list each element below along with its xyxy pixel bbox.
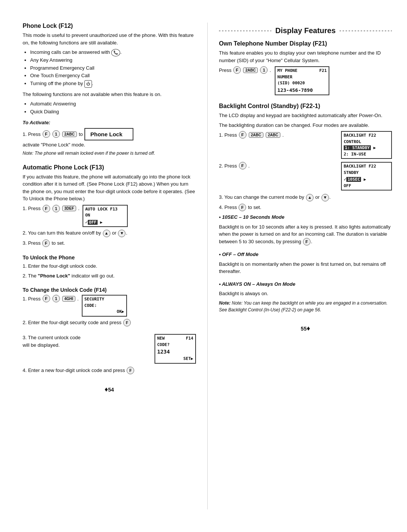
mode-10sec: • 10SEC – 10 Seconds Mode Backlight is o… — [219, 213, 392, 245]
mode-10sec-title: • 10SEC – 10 Seconds Mode — [219, 213, 392, 221]
sc-line3: OK▶ — [84, 309, 124, 315]
own-phone-desc: This feature enables you to display your… — [219, 49, 392, 64]
key-2abc: 2ABC — [62, 131, 77, 137]
sc-line2: CODE: — [84, 303, 124, 309]
mode-off-desc: Backlight is on momentarily when the pow… — [219, 261, 392, 275]
mode-always-desc: Backlight is always on. — [219, 290, 392, 297]
list-item: Any Key Answering — [30, 56, 196, 64]
step3-prefix: 3. The current unlock code will be displ… — [23, 334, 151, 349]
key-f-small: F — [123, 319, 131, 326]
al-step2: 2. You can turn this feature on/off by ▲… — [23, 229, 196, 237]
right-column: Display Features Own Telephone Number Di… — [207, 23, 392, 509]
unlock-step1: 1. Enter the four-digit unlock code. — [23, 262, 196, 270]
unlock-section: To Unlock the Phone 1. Enter the four-di… — [23, 255, 196, 279]
bl-step1-display: BACKLIGHT F22 CONTROL 1: STANDBY ▶ 2: IN… — [341, 131, 392, 159]
key-f-step4: F — [127, 367, 134, 374]
page-num-left: ♦54 — [23, 386, 196, 393]
key-3def: 3DEF — [62, 206, 77, 211]
key-2abc: 2ABC — [243, 67, 258, 73]
activate-label: To Activate: — [23, 119, 196, 127]
change-code-section: To Change the Unlock Code (F14) 1. Press… — [23, 287, 196, 326]
backlight-desc2: The backlighting duration can be changed… — [219, 122, 392, 129]
step1-to: to — [79, 131, 83, 137]
phone-lock-display: Phone Lock — [84, 128, 133, 140]
key-1: 1 — [52, 130, 60, 138]
list-item: Quick Dialing — [30, 108, 196, 116]
mode-off: • OFF – Off Mode Backlight is on momenta… — [219, 251, 392, 275]
activate-step1: 1. Press F 1 2ABC to Phone Lock activate… — [23, 128, 196, 148]
al-step3: 3. Press F to set. — [23, 239, 196, 247]
new-code-display: NEWF14 CODE? 1234 SET▶ — [155, 334, 196, 364]
list-item: Turning off the phone by ⏻. — [30, 80, 196, 88]
key-1: 1 — [52, 205, 60, 212]
al-line1: AUTO LOCK F13 — [85, 206, 125, 213]
list-item: Incoming calls can be answered with 📞. — [30, 49, 196, 56]
phone-lock-features: Incoming calls can be answered with 📞. A… — [30, 49, 196, 88]
list-item: Programmed Emergency Call — [30, 64, 196, 72]
key-f: F — [43, 130, 50, 138]
own-phone-title: Own Telephone Number Display (F21) — [219, 40, 392, 47]
own-phone-display: MY PHONEF21 NUMBER (SID) 00020 123-456-7… — [275, 66, 329, 95]
al-step1-prefix: 1. Press — [23, 206, 41, 211]
unlock-step2: 2. The "Phone Lock" indicator will go ou… — [23, 272, 196, 280]
step1-prefix: 1. Press — [23, 131, 41, 137]
divider-line-left — [219, 30, 271, 31]
auto-lock-section: Automatic Phone Lock (F13) If you activa… — [23, 164, 196, 247]
key-f-btn: F — [42, 239, 50, 247]
key-2abc-1: 2ABC — [249, 132, 263, 138]
own-phone-section: Own Telephone Number Display (F21) This … — [219, 40, 392, 95]
phone-lock-note: Note: The phone will remain locked even … — [23, 150, 196, 157]
backlight-title: Backlight Control (Standby) (F22-1) — [219, 103, 392, 110]
key-4ghi: 4GHI — [62, 296, 75, 302]
up-btn: ▲ — [103, 230, 110, 237]
unavailable-features: Automatic Answering Quick Dialing — [30, 100, 196, 116]
cc-step1: 1. Press F 1 4GHI. SECURITY CODE: OK▶ — [23, 295, 196, 317]
sc-line1: SECURITY — [84, 296, 124, 303]
list-item: Automatic Answering — [30, 100, 196, 108]
step1-suffix: activate "Phone Lock" mode. — [23, 142, 196, 148]
phone-icon: 📞 — [111, 49, 120, 56]
cc-step2: 2. Enter the four-digit security code an… — [23, 319, 196, 327]
key-2abc-2: 2ABC — [266, 132, 280, 138]
key-f-step2: F — [239, 162, 246, 169]
down-btn: ▼ — [321, 194, 329, 201]
step3-display-section: 3. The current unlock code will be displ… — [23, 334, 196, 374]
key-f: F — [239, 131, 246, 139]
key-f: F — [233, 66, 241, 74]
key-f: F — [43, 295, 50, 302]
backlight-note: Note: Note: You can keep the backlight o… — [219, 300, 392, 313]
phone-lock-section: Phone Lock (F12) This mode is useful to … — [23, 23, 196, 157]
auto-lock-step1: 1. Press F 1 3DEF. AUTO LOCK F13 ON ✓OFF… — [23, 205, 196, 227]
backlight-desc1: The LCD display and keypad are backlight… — [219, 112, 392, 119]
key-1: 1 — [52, 295, 60, 302]
phone-lock-desc: This mode is useful to prevent unauthori… — [23, 32, 196, 46]
display-features-divider: Display Features — [219, 26, 392, 35]
key-f-dur: F — [303, 238, 311, 245]
unlock-title: To Unlock the Phone — [23, 255, 196, 261]
backlight-section: Backlight Control (Standby) (F22-1) The … — [219, 103, 392, 313]
up-btn: ▲ — [306, 194, 314, 201]
page-num-right: 55♦ — [219, 325, 392, 332]
bl-step2: 2. Press F. BACKLIGHT F22 STNDBY ✓10SEC … — [219, 162, 392, 191]
op-step1-prefix: Press — [219, 67, 231, 73]
key-f-step4: F — [239, 204, 246, 211]
step4: 4. Enter a new four-digit unlock code an… — [23, 367, 196, 375]
bl-step2-display: BACKLIGHT F22 STNDBY ✓10SEC ▶ OFF — [341, 162, 392, 191]
display-features-title: Display Features — [275, 26, 335, 35]
mode-10sec-desc: Backlight is on for 10 seconds after a k… — [219, 223, 392, 246]
left-column: Phone Lock (F12) This mode is useful to … — [23, 23, 196, 509]
unavailable-intro: The following functions are not availabl… — [23, 91, 196, 98]
down-btn: ▼ — [118, 230, 125, 237]
power-icon: ⏻ — [84, 80, 92, 88]
security-code-display: SECURITY CODE: OK▶ — [82, 295, 127, 317]
divider-line-right — [340, 30, 392, 31]
key-1: 1 — [260, 66, 268, 74]
auto-lock-title: Automatic Phone Lock (F13) — [23, 164, 196, 171]
list-item: One Touch Emergency Call — [30, 72, 196, 80]
bl-step4: 4. Press F to set. — [219, 204, 392, 212]
change-code-title: To Change the Unlock Code (F14) — [23, 287, 196, 293]
al-line2: ON — [85, 212, 125, 219]
page: Phone Lock (F12) This mode is useful to … — [0, 0, 407, 532]
mode-always: • ALWAYS ON – Always On Mode Backlight i… — [219, 280, 392, 313]
mode-off-title: • OFF – Off Mode — [219, 251, 392, 258]
